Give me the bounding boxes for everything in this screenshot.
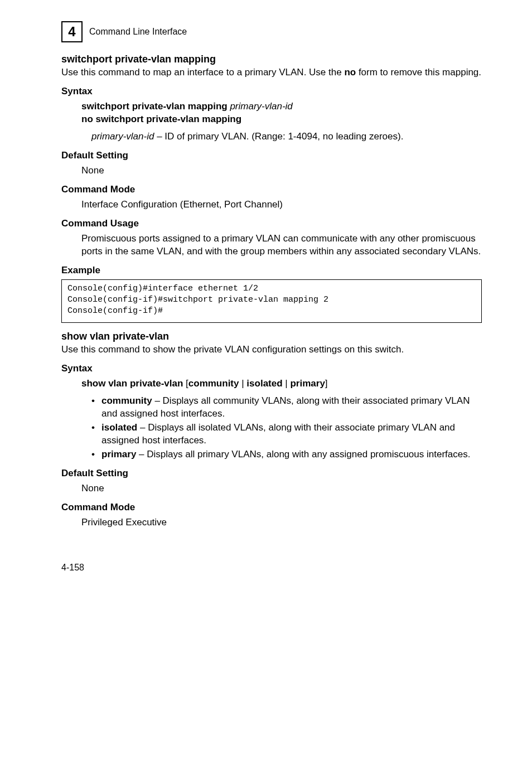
keyword-no: no bbox=[344, 67, 356, 78]
mode-value-2: Privileged Executive bbox=[81, 516, 487, 529]
chapter-title: Command Line Interface bbox=[89, 27, 187, 37]
syntax2-bold2: community bbox=[188, 378, 239, 389]
syntax-heading: Syntax bbox=[61, 86, 487, 97]
list-item: isolated – Displays all isolated VLANs, … bbox=[91, 422, 487, 447]
mode-value: Interface Configuration (Ethernet, Port … bbox=[81, 199, 487, 211]
section2-description: Use this command to show the private VLA… bbox=[61, 344, 487, 356]
option-desc: – Displays all isolated VLANs, along wit… bbox=[101, 422, 455, 446]
text: Use this command to map an interface to … bbox=[61, 67, 344, 78]
section1-description: Use this command to map an interface to … bbox=[61, 66, 487, 79]
example-code: Console(config)#interface ethernet 1/2 C… bbox=[61, 279, 482, 323]
syntax-line1-italic: primary-vlan-id bbox=[230, 101, 292, 112]
mode-heading-2: Command Mode bbox=[61, 502, 487, 513]
syntax-line1-bold: switchport private-vlan mapping bbox=[81, 101, 230, 112]
option-term: primary bbox=[101, 449, 136, 459]
default-heading: Default Setting bbox=[61, 150, 487, 161]
example-heading: Example bbox=[61, 265, 487, 276]
section-title-2: show vlan private-vlan bbox=[61, 331, 487, 342]
syntax2-bold4: primary bbox=[290, 378, 325, 389]
usage-heading: Command Usage bbox=[61, 218, 487, 229]
options-list: community – Displays all community VLANs… bbox=[91, 395, 487, 461]
list-item: community – Displays all community VLANs… bbox=[91, 395, 487, 420]
syntax-heading-2: Syntax bbox=[61, 363, 487, 374]
syntax-line2: no switchport private-vlan mapping bbox=[81, 114, 241, 124]
option-desc: – Displays all primary VLANs, along with… bbox=[136, 449, 470, 459]
page-number: 4-158 bbox=[61, 563, 487, 573]
usage-text: Promiscuous ports assigned to a primary … bbox=[81, 233, 487, 258]
syntax2-sep4: ] bbox=[325, 378, 328, 389]
text: form to remove this mapping. bbox=[356, 67, 481, 78]
syntax2-sep2: | bbox=[239, 378, 246, 389]
option-desc: – Displays all community VLANs, along wi… bbox=[101, 395, 470, 419]
syntax2-sep3: | bbox=[283, 378, 291, 389]
page: 4 Command Line Interface switchport priv… bbox=[0, 0, 532, 601]
default-value: None bbox=[81, 165, 487, 177]
syntax2-sep1: [ bbox=[183, 378, 188, 389]
syntax2-bold3: isolated bbox=[246, 378, 282, 389]
param-name: primary-vlan-id bbox=[91, 131, 154, 142]
syntax2-bold1: show vlan private-vlan bbox=[81, 378, 183, 389]
syntax-block: switchport private-vlan mapping primary-… bbox=[81, 100, 487, 126]
chapter-number-box: 4 bbox=[61, 21, 83, 42]
default-value-2: None bbox=[81, 482, 487, 495]
default-heading-2: Default Setting bbox=[61, 468, 487, 479]
syntax-param: primary-vlan-id – ID of primary VLAN. (R… bbox=[91, 130, 487, 143]
section-title-1: switchport private-vlan mapping bbox=[61, 54, 487, 65]
page-header: 4 Command Line Interface bbox=[61, 21, 487, 42]
mode-heading: Command Mode bbox=[61, 184, 487, 195]
option-term: community bbox=[101, 395, 152, 406]
param-desc: – ID of primary VLAN. (Range: 1-4094, no… bbox=[154, 131, 403, 142]
option-term: isolated bbox=[101, 422, 137, 433]
syntax-line-2: show vlan private-vlan [community | isol… bbox=[81, 378, 487, 390]
list-item: primary – Displays all primary VLANs, al… bbox=[91, 448, 487, 461]
